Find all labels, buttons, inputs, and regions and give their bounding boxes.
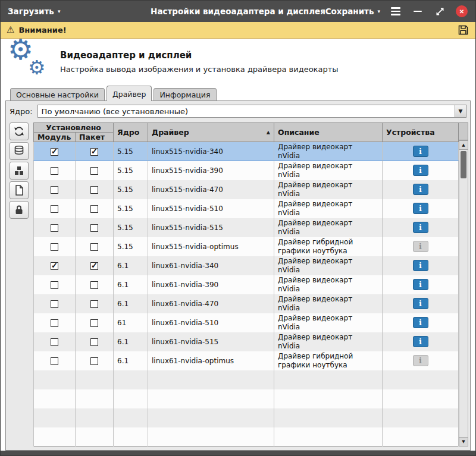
package-checkbox[interactable] <box>90 167 98 175</box>
scroll-down-button[interactable]: ▼ <box>459 437 468 446</box>
device-info-button[interactable]: i <box>413 184 428 195</box>
devices-cell: i <box>383 256 459 275</box>
device-info-button[interactable]: i <box>413 241 428 252</box>
table-row[interactable]: 61 linux61-nvidia-510 Драйвер видеокарт … <box>34 313 459 332</box>
driver-cell: linux61-nvidia-optimus <box>148 351 274 370</box>
table-row[interactable]: 6.1 linux61-nvidia-470 Драйвер видеокарт… <box>34 294 459 313</box>
package-checkbox[interactable] <box>90 148 98 156</box>
module-checkbox[interactable] <box>51 186 58 194</box>
window-title: Настройки видеоадаптера и дисплея <box>151 7 325 16</box>
header-module[interactable]: Модуль <box>34 133 76 142</box>
table-row[interactable]: 6.1 linux61-nvidia-optimus Драйвер гибри… <box>34 351 459 370</box>
side-toolbar <box>10 122 30 446</box>
fullscreen-button[interactable] <box>433 5 446 18</box>
empty-row <box>34 389 459 408</box>
menu-button[interactable] <box>389 5 402 18</box>
package-checkbox[interactable] <box>90 186 98 194</box>
package-checkbox[interactable] <box>90 281 98 289</box>
module-checkbox[interactable] <box>51 205 58 213</box>
table-row[interactable]: 5.15 linux515-nvidia-390 Драйвер видеока… <box>34 161 459 180</box>
package-cell <box>76 256 114 275</box>
device-info-button[interactable]: i <box>413 355 428 366</box>
package-cell <box>76 294 114 313</box>
database-button[interactable] <box>10 142 29 160</box>
devices-cell: i <box>383 180 459 199</box>
device-info-button[interactable]: i <box>413 165 428 176</box>
module-checkbox[interactable] <box>51 357 58 365</box>
driver-table-header: Установлено Ядро Драйвер ▲ Описание Устр… <box>34 123 459 142</box>
tab-information[interactable]: Информация <box>154 88 216 100</box>
header-installed[interactable]: Установлено <box>34 123 114 133</box>
load-button[interactable]: Загрузить ▾ <box>8 7 60 16</box>
table-row[interactable]: 5.15 linux515-nvidia-470 Драйвер видеока… <box>34 180 459 199</box>
package-checkbox[interactable] <box>90 243 98 251</box>
close-button[interactable]: ✕ <box>455 5 468 18</box>
header-description[interactable]: Описание <box>274 123 383 142</box>
module-checkbox[interactable] <box>51 319 58 327</box>
device-info-button[interactable]: i <box>413 146 428 157</box>
devices-cell: i <box>383 294 459 313</box>
kernel-cell: 5.15 <box>114 180 148 199</box>
package-checkbox[interactable] <box>90 338 98 346</box>
module-checkbox[interactable] <box>51 243 58 251</box>
table-row[interactable]: 6.1 linux61-nvidia-515 Драйвер видеокарт… <box>34 332 459 351</box>
vertical-scrollbar[interactable]: ▲ ▼ <box>459 122 468 446</box>
package-checkbox[interactable] <box>90 205 98 213</box>
lock-button[interactable] <box>10 201 29 219</box>
scrollbar-track[interactable] <box>459 150 468 437</box>
tab-basic-settings[interactable]: Основные настройки <box>10 88 105 100</box>
header-texts: Видеоадаптер и дисплей Настройка вывода … <box>60 50 339 74</box>
scroll-up-button[interactable]: ▲ <box>459 140 468 150</box>
header-driver[interactable]: Драйвер ▲ <box>148 123 274 142</box>
description-cell: Драйвер видеокарт nVidia <box>274 332 383 351</box>
driver-cell: linux61-nvidia-515 <box>148 332 274 351</box>
table-row[interactable]: 6.1 linux61-nvidia-340 Драйвер видеокарт… <box>34 256 459 275</box>
kernel-cell: 6.1 <box>114 351 148 370</box>
save-button[interactable]: Сохранить ▾ <box>325 7 380 16</box>
tab-bar: Основные настройки Драйвер Информация <box>1 85 475 100</box>
table-row[interactable]: 5.15 linux515-nvidia-340 Драйвер видеока… <box>34 142 459 161</box>
kernel-cell: 6.1 <box>114 332 148 351</box>
header-devices[interactable]: Устройства <box>383 123 459 142</box>
device-info-button[interactable]: i <box>413 317 428 328</box>
module-checkbox[interactable] <box>51 167 58 175</box>
table-row[interactable]: 6.1 linux61-nvidia-390 Драйвер видеокарт… <box>34 275 459 294</box>
table-row[interactable]: 5.15 linux515-nvidia-515 Драйвер видеока… <box>34 218 459 237</box>
refresh-button[interactable] <box>10 122 29 140</box>
device-info-button[interactable]: i <box>413 279 428 290</box>
device-info-button[interactable]: i <box>413 298 428 309</box>
header-package[interactable]: Пакет <box>76 133 114 142</box>
device-info-button[interactable]: i <box>413 203 428 214</box>
quick-save-button[interactable] <box>457 24 469 36</box>
log-file-button[interactable] <box>10 181 29 199</box>
module-checkbox[interactable] <box>51 148 58 156</box>
minimize-button[interactable] <box>411 5 424 18</box>
device-info-button[interactable]: i <box>413 260 428 271</box>
module-cell <box>34 199 76 218</box>
module-checkbox[interactable] <box>51 281 58 289</box>
empty-row <box>34 408 459 427</box>
package-checkbox[interactable] <box>90 300 98 308</box>
device-info-button[interactable]: i <box>413 222 428 233</box>
scrollbar-thumb[interactable] <box>461 151 466 178</box>
tab-driver[interactable]: Драйвер <box>107 86 152 101</box>
package-checkbox[interactable] <box>90 357 98 365</box>
package-checkbox[interactable] <box>90 319 98 327</box>
package-cell <box>76 351 114 370</box>
driver-table-area: Установлено Ядро Драйвер ▲ Описание Устр… <box>33 122 468 446</box>
header-kernel[interactable]: Ядро <box>114 123 148 142</box>
packages-button[interactable] <box>10 162 29 180</box>
device-info-button[interactable]: i <box>413 336 428 347</box>
table-row[interactable]: 5.15 linux515-nvidia-optimus Драйвер гиб… <box>34 237 459 256</box>
window-bottom-edge <box>1 451 475 456</box>
module-cell <box>34 218 76 237</box>
page-header: ⚙ ⚙ Видеоадаптер и дисплей Настройка выв… <box>1 39 475 85</box>
kernel-select[interactable]: По умолчанию (все установленные) ▼ <box>37 105 466 118</box>
module-checkbox[interactable] <box>51 262 58 270</box>
module-checkbox[interactable] <box>51 300 58 308</box>
table-row[interactable]: 5.15 linux515-nvidia-510 Драйвер видеока… <box>34 199 459 218</box>
module-checkbox[interactable] <box>51 338 58 346</box>
module-checkbox[interactable] <box>51 224 58 232</box>
package-checkbox[interactable] <box>90 262 98 270</box>
package-checkbox[interactable] <box>90 224 98 232</box>
